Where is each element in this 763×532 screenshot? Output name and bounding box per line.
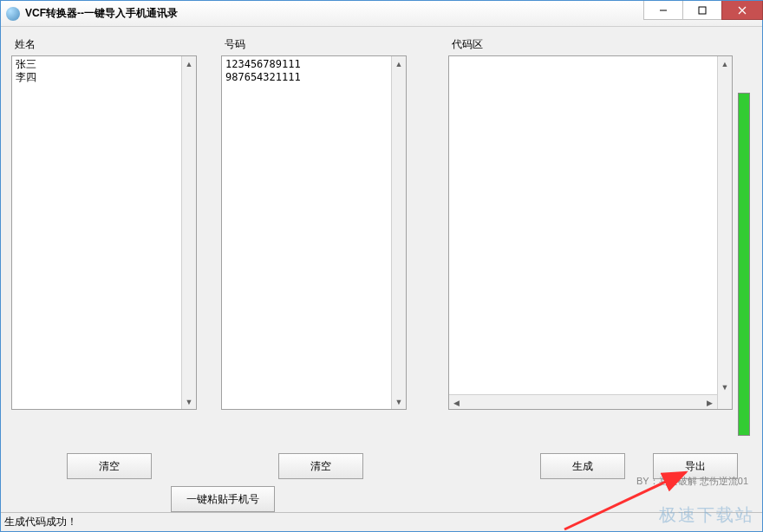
clear-numbers-button[interactable]: 清空	[278, 453, 363, 479]
scroll-left-icon[interactable]: ◀	[449, 395, 464, 410]
code-textarea[interactable]: ▲ ▼ ◀ ▶	[448, 55, 733, 410]
code-text[interactable]	[449, 56, 732, 409]
scrollbar-vertical[interactable]: ▲ ▼	[391, 56, 406, 409]
titlebar: VCF转换器--一键导入手机通讯录	[1, 1, 762, 27]
app-icon	[6, 7, 20, 21]
svg-rect-1	[699, 7, 706, 14]
content-area: 姓名 张三 李四 ▲ ▼ 号码 123456789111 98765432111…	[1, 27, 762, 512]
status-text: 生成代码成功！	[4, 515, 77, 529]
generate-button[interactable]: 生成	[540, 453, 625, 479]
clear-names-button[interactable]: 清空	[67, 453, 152, 479]
code-label: 代码区	[448, 37, 733, 52]
scroll-right-icon[interactable]: ▶	[702, 395, 717, 410]
scroll-down-icon[interactable]: ▼	[718, 380, 732, 394]
scroll-up-icon[interactable]: ▲	[182, 56, 196, 71]
scroll-up-icon[interactable]: ▲	[392, 56, 406, 71]
progress-bar	[738, 93, 750, 436]
number-label: 号码	[221, 37, 407, 52]
window-title: VCF转换器--一键导入手机通讯录	[25, 6, 643, 21]
scroll-down-icon[interactable]: ▼	[182, 394, 196, 409]
number-text[interactable]: 123456789111 987654321111	[222, 56, 406, 409]
name-text[interactable]: 张三 李四	[12, 56, 196, 409]
maximize-button[interactable]	[682, 1, 722, 20]
credit-text: BY：喜爱破解 悲伤逆流01	[636, 475, 748, 488]
scroll-up-icon[interactable]: ▲	[718, 56, 732, 71]
number-column: 号码 123456789111 987654321111 ▲ ▼	[221, 37, 407, 410]
scrollbar-vertical[interactable]: ▲ ▼	[181, 56, 196, 409]
scroll-down-icon[interactable]: ▼	[392, 394, 406, 409]
number-textarea[interactable]: 123456789111 987654321111 ▲ ▼	[221, 55, 407, 410]
code-column: 代码区 ▲ ▼ ◀ ▶	[448, 37, 733, 410]
scrollbar-horizontal[interactable]: ◀ ▶	[449, 394, 717, 409]
name-column: 姓名 张三 李四 ▲ ▼	[11, 37, 197, 410]
scrollbar-vertical[interactable]: ▲ ▼	[717, 56, 732, 409]
minimize-button[interactable]	[643, 1, 683, 20]
window-controls	[643, 1, 762, 26]
name-textarea[interactable]: 张三 李四 ▲ ▼	[11, 55, 197, 410]
paste-phone-button[interactable]: 一键粘贴手机号	[171, 486, 275, 512]
close-button[interactable]	[721, 1, 763, 20]
app-window: VCF转换器--一键导入手机通讯录 姓名 张三 李四 ▲	[0, 0, 763, 532]
name-label: 姓名	[11, 37, 197, 52]
status-bar: 生成代码成功！	[1, 512, 762, 531]
